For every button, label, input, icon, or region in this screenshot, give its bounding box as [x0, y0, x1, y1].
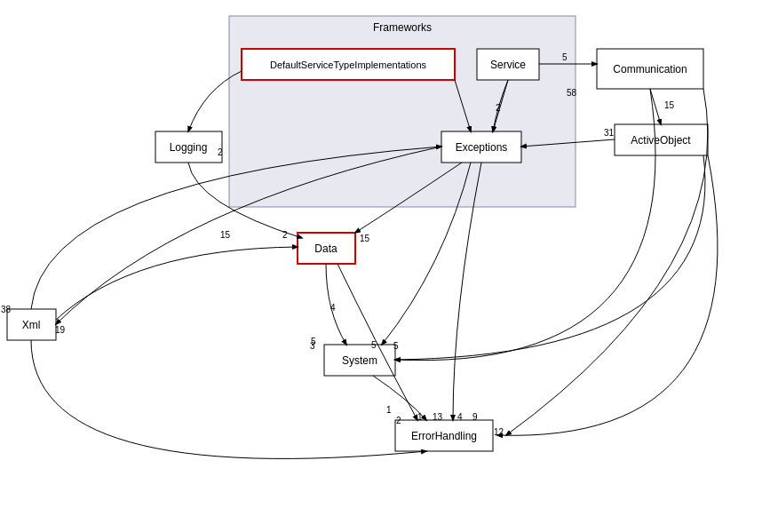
svg-text:31: 31: [604, 128, 615, 138]
svg-text:19: 19: [55, 325, 66, 335]
svg-text:5: 5: [562, 52, 568, 62]
svg-text:ActiveObject: ActiveObject: [631, 134, 691, 147]
svg-text:1: 1: [417, 412, 423, 422]
svg-text:Logging: Logging: [170, 141, 208, 154]
svg-text:System: System: [342, 354, 377, 367]
svg-text:Communication: Communication: [613, 63, 687, 75]
svg-text:4: 4: [457, 412, 463, 422]
svg-text:13: 13: [433, 412, 443, 422]
svg-text:Frameworks: Frameworks: [373, 21, 432, 34]
svg-text:Xml: Xml: [22, 319, 41, 331]
svg-text:Data: Data: [314, 242, 337, 255]
svg-text:15: 15: [360, 234, 370, 243]
svg-text:15: 15: [664, 100, 675, 110]
svg-text:2: 2: [218, 147, 223, 157]
svg-line-27: [650, 89, 661, 124]
svg-text:5: 5: [371, 340, 377, 350]
svg-text:ErrorHandling: ErrorHandling: [411, 430, 477, 442]
svg-text:58: 58: [567, 88, 577, 98]
svg-text:5: 5: [393, 341, 399, 351]
svg-text:DefaultServiceTypeImplementati: DefaultServiceTypeImplementations: [270, 60, 427, 70]
svg-text:1: 1: [386, 405, 392, 415]
diagram-container: Frameworks DefaultServiceTypeImplementat…: [0, 0, 778, 532]
svg-rect-0: [229, 16, 576, 207]
svg-text:38: 38: [1, 305, 12, 314]
svg-text:2: 2: [496, 103, 501, 113]
svg-text:4: 4: [330, 303, 336, 313]
svg-text:2: 2: [282, 230, 288, 240]
svg-text:2: 2: [396, 416, 401, 425]
svg-text:15: 15: [220, 230, 231, 240]
diagram-svg: Frameworks DefaultServiceTypeImplementat…: [0, 0, 778, 532]
svg-text:9: 9: [472, 412, 478, 422]
svg-text:Service: Service: [490, 59, 526, 71]
svg-text:3: 3: [310, 341, 315, 351]
svg-text:Exceptions: Exceptions: [456, 141, 508, 154]
